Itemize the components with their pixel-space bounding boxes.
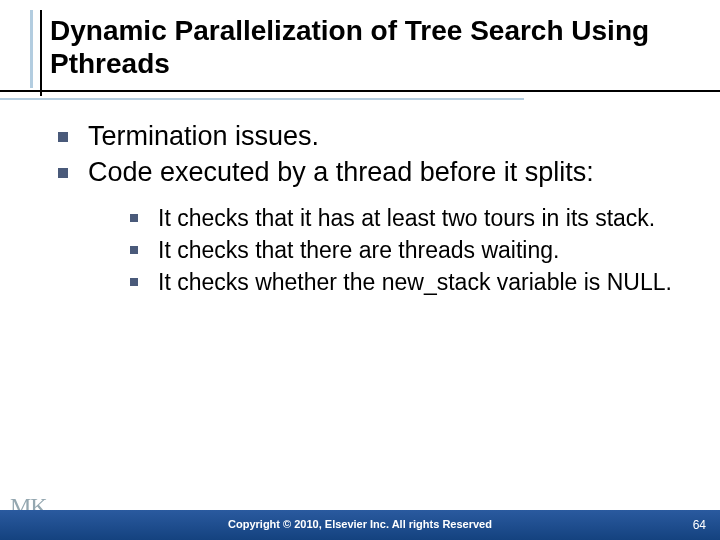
page-number: 64 [693,518,706,532]
copyright-text: Copyright © 2010, Elsevier Inc. All righ… [0,518,720,530]
bullet-list-level2: It checks that it has at least two tours… [126,204,690,296]
bullet-sub-item: It checks that there are threads waiting… [126,236,690,264]
title-container: Dynamic Parallelization of Tree Search U… [50,14,680,80]
bullet-item: Code executed by a thread before it spli… [50,156,690,296]
decor-vline-left [30,10,33,88]
bullet-text: Termination issues. [88,121,319,151]
bullet-text: It checks that there are threads waiting… [158,237,559,263]
bullet-sub-item: It checks that it has at least two tours… [126,204,690,232]
bullet-sub-item: It checks whether the new_stack variable… [126,268,690,296]
bullet-item: Termination issues. [50,120,690,154]
decor-hline-bottom [0,98,524,100]
slide: Dynamic Parallelization of Tree Search U… [0,0,720,540]
bullet-text: Code executed by a thread before it spli… [88,157,594,187]
slide-title: Dynamic Parallelization of Tree Search U… [50,14,680,80]
bullet-text: It checks whether the new_stack variable… [158,269,672,295]
slide-body: Termination issues. Code executed by a t… [50,120,690,300]
footer-bar: Copyright © 2010, Elsevier Inc. All righ… [0,510,720,540]
decor-hline-top [0,90,720,92]
decor-vline-right [40,10,42,96]
bullet-list-level1: Termination issues. Code executed by a t… [50,120,690,296]
bullet-text: It checks that it has at least two tours… [158,205,655,231]
